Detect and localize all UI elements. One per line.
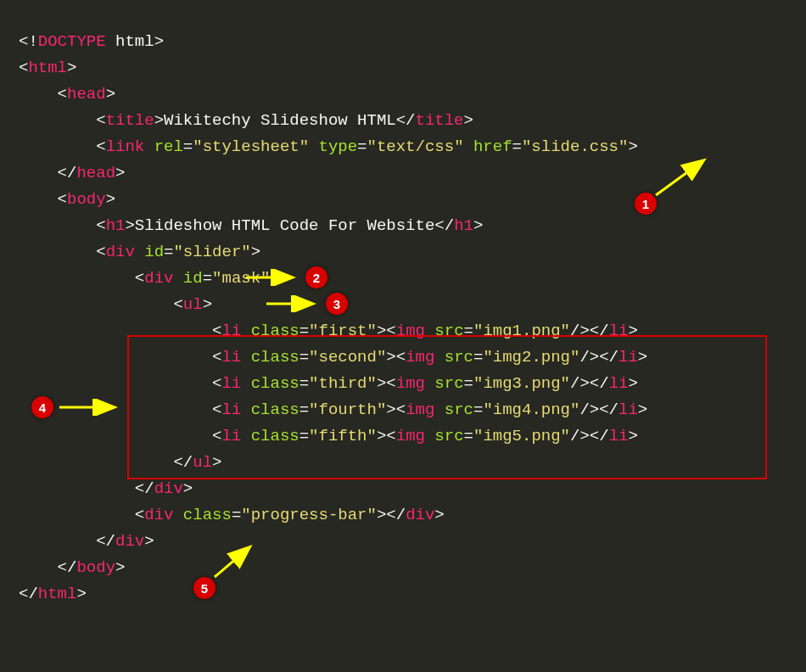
doctype-arg: html <box>106 32 154 51</box>
link-tag: link <box>106 137 145 156</box>
doctype-name: DOCTYPE <box>38 32 106 51</box>
title-open: title <box>106 111 154 130</box>
badge-5: 5 <box>193 577 215 599</box>
slider-id: "slider" <box>173 243 250 261</box>
head-open: head <box>67 85 106 104</box>
highlight-box <box>127 335 767 479</box>
doctype-open: <! <box>19 32 38 51</box>
body-open: body <box>67 190 106 209</box>
code-block: <!DOCTYPE html> <html> <head> <title>Wik… <box>0 0 666 636</box>
badge-3: 3 <box>326 293 348 315</box>
title-text: Wikitechy Slideshow HTML <box>164 111 396 130</box>
h1-text: Slideshow HTML Code For Website <box>135 216 434 235</box>
html-open: html <box>28 59 67 77</box>
progress-bar-class: "progress-bar" <box>241 506 377 524</box>
badge-1: 1 <box>635 193 657 215</box>
mask-id: "mask" <box>212 269 270 288</box>
badge-2: 2 <box>305 266 327 288</box>
badge-4: 4 <box>31 396 53 418</box>
doctype-close: > <box>154 32 164 51</box>
